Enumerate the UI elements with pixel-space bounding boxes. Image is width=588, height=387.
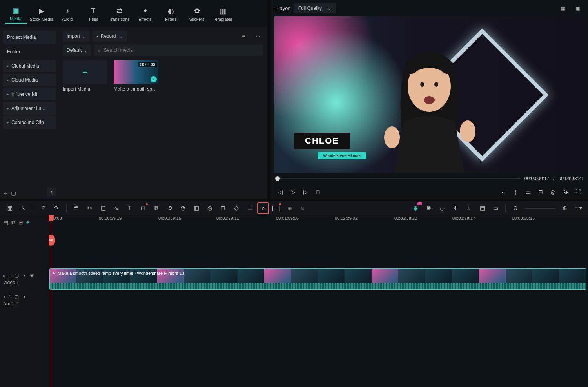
cursor-tool[interactable]: ↖ bbox=[17, 202, 29, 214]
next-frame-button[interactable]: ▷ bbox=[288, 187, 298, 197]
mic-tool[interactable]: 🎙 bbox=[450, 202, 461, 214]
search-field[interactable]: ⌕ bbox=[94, 45, 263, 56]
video-clip[interactable]: ▸Make a smooth speed ramp every time! · … bbox=[49, 268, 586, 290]
tab-effects[interactable]: ✦Effects bbox=[134, 4, 156, 23]
film-icon: ▸ bbox=[53, 270, 55, 276]
marker-tool[interactable]: ◡ bbox=[436, 202, 448, 214]
track-headers: ▤ ⧉ ⊟ ⌖ ▹1▢🕨👁 Video 1 ♪1▢🕨 Audio 1 bbox=[0, 215, 49, 387]
mask-tool[interactable]: ◻ bbox=[137, 202, 149, 214]
more-button[interactable]: ⋯ bbox=[252, 31, 263, 42]
search-input[interactable] bbox=[104, 47, 260, 53]
scrub-bar[interactable] bbox=[275, 178, 521, 179]
sidebar-cloud-media[interactable]: Cloud Media bbox=[3, 74, 56, 86]
player-viewport[interactable]: CHLOE Wondershare Filmora bbox=[274, 16, 584, 173]
time-ruler[interactable]: 00:00 00:00:29:19 00:00:59:15 00:01:29:1… bbox=[49, 215, 588, 226]
chevron-left-icon: ‹ bbox=[51, 189, 52, 195]
tracks-icon[interactable]: ▤ bbox=[3, 219, 8, 225]
template-icon: ▦ bbox=[220, 7, 226, 15]
undo-button[interactable]: ↶ bbox=[37, 202, 49, 214]
mark-in-button[interactable]: { bbox=[498, 187, 508, 197]
layout-tool[interactable]: ▦ bbox=[4, 202, 16, 214]
tab-stock-media[interactable]: ▶Stock Media bbox=[31, 4, 53, 23]
mark-out-button[interactable]: } bbox=[510, 187, 521, 197]
aspect-button[interactable]: ▭ bbox=[523, 187, 533, 197]
prev-frame-button[interactable]: ◁ bbox=[275, 187, 285, 197]
timeline-canvas[interactable]: 00:00 00:00:29:19 00:00:59:15 00:01:29:1… bbox=[49, 215, 588, 387]
bracket-tool[interactable]: [⋯] bbox=[270, 202, 282, 214]
track-header-video[interactable]: ▹1▢🕨👁 Video 1 bbox=[0, 268, 49, 290]
waveform-tool[interactable]: ⩨ bbox=[284, 202, 296, 214]
camera-button[interactable]: ◎ bbox=[548, 187, 558, 197]
media-sidebar: Project Media Folder Global Media Cloud … bbox=[0, 27, 59, 199]
view-mode-button[interactable]: ≡ ▾ bbox=[572, 202, 584, 214]
sidebar-influence-kit[interactable]: Influence Kit bbox=[3, 88, 56, 100]
split-button[interactable]: ✂ bbox=[84, 202, 96, 214]
clip-title: Make a smooth speed ramp every time! · W… bbox=[58, 271, 184, 276]
more-tools[interactable]: » bbox=[297, 202, 309, 214]
magnet-icon[interactable]: ⧉ bbox=[11, 219, 15, 226]
lock-icon[interactable]: ▢ bbox=[15, 294, 19, 299]
color-tool[interactable]: ◔ bbox=[177, 202, 189, 214]
sidebar-folder[interactable]: Folder bbox=[3, 46, 56, 58]
tab-transitions[interactable]: ⇄Transitions bbox=[108, 4, 130, 23]
mixer-tool[interactable]: ▤ bbox=[476, 202, 488, 214]
redo-button[interactable]: ↷ bbox=[51, 202, 62, 214]
sidebar-global-media[interactable]: Global Media bbox=[3, 60, 56, 72]
folder-icon[interactable]: ▢ bbox=[11, 190, 16, 196]
sticker-icon: ✿ bbox=[194, 7, 200, 15]
tab-titles[interactable]: TTitles bbox=[82, 5, 104, 23]
link-icon[interactable]: ⊟ bbox=[18, 219, 23, 225]
enhance-tool[interactable]: ✺ bbox=[423, 202, 435, 214]
speed-tool[interactable]: ◷ bbox=[204, 202, 216, 214]
ai-tool[interactable]: ◉ bbox=[410, 202, 421, 214]
tab-filters[interactable]: ◐Filters bbox=[160, 4, 182, 23]
subtitle-tool[interactable]: ▭ bbox=[490, 202, 501, 214]
scrub-handle[interactable] bbox=[275, 176, 280, 181]
sliders-tool[interactable]: ☰ bbox=[244, 202, 256, 214]
filter-button[interactable]: ⩸ bbox=[238, 31, 249, 42]
mute-icon[interactable]: 🕨 bbox=[22, 294, 27, 299]
link-tool[interactable]: ⧉ bbox=[151, 202, 162, 214]
beat-button[interactable]: ∿ bbox=[111, 202, 122, 214]
tab-media[interactable]: ▣Media bbox=[5, 4, 27, 24]
layout-button[interactable]: ▦ bbox=[557, 3, 568, 14]
record-dropdown[interactable]: Record bbox=[93, 31, 127, 42]
mute-icon[interactable]: 🕨 bbox=[22, 273, 27, 278]
tab-stickers[interactable]: ✿Stickers bbox=[186, 4, 208, 23]
collapse-sidebar-button[interactable]: ‹ bbox=[47, 188, 56, 196]
tab-audio[interactable]: ♪Audio bbox=[56, 5, 78, 23]
track-header-audio[interactable]: ♪1▢🕨 Audio 1 bbox=[0, 290, 49, 311]
tracking-tool[interactable]: ⊡ bbox=[217, 202, 229, 214]
keyframe-tool[interactable]: ◇ bbox=[230, 202, 242, 214]
plus-icon: + bbox=[82, 67, 88, 78]
zoom-in-button[interactable]: ⊕ bbox=[559, 202, 571, 214]
lock-icon[interactable]: ▢ bbox=[15, 273, 19, 278]
import-dropdown[interactable]: Import bbox=[63, 31, 89, 42]
snapshot-button[interactable]: ▣ bbox=[572, 3, 583, 14]
crop-button[interactable]: ◫ bbox=[97, 202, 109, 214]
sidebar-adjustment-layer[interactable]: Adjustment La... bbox=[3, 102, 56, 115]
fullscreen-button[interactable]: ⛶ bbox=[573, 187, 583, 197]
volume-button[interactable]: 🕪 bbox=[561, 187, 571, 197]
stop-button[interactable]: □ bbox=[313, 187, 323, 197]
media-clip-card[interactable]: 00:04:03 ✓ Make a smooth speed... bbox=[114, 60, 158, 92]
rotate-tool[interactable]: ⟲ bbox=[164, 202, 176, 214]
sort-dropdown[interactable]: Default bbox=[63, 45, 91, 56]
play-button[interactable]: ▷ bbox=[300, 187, 310, 197]
zoom-out-button[interactable]: ⊖ bbox=[510, 202, 521, 214]
tab-templates[interactable]: ▦Templates bbox=[212, 4, 234, 23]
delete-button[interactable]: 🗑 bbox=[71, 202, 82, 214]
quality-dropdown[interactable]: Full Quality bbox=[294, 3, 336, 13]
eye-icon[interactable]: 👁 bbox=[30, 273, 34, 278]
import-media-card[interactable]: + Import Media bbox=[63, 60, 107, 92]
ai-caption-tool[interactable]: ⩍ bbox=[257, 202, 269, 214]
text-tool[interactable]: T bbox=[124, 202, 136, 214]
sidebar-compound-clip[interactable]: Compound Clip bbox=[3, 116, 56, 129]
music-tool[interactable]: ♫ bbox=[463, 202, 475, 214]
add-folder-icon[interactable]: ⊞ bbox=[3, 190, 8, 196]
sidebar-project-media[interactable]: Project Media bbox=[3, 31, 56, 44]
snap-icon[interactable]: ⌖ bbox=[26, 219, 29, 226]
zoom-slider[interactable] bbox=[524, 208, 556, 209]
compound-tool[interactable]: ▥ bbox=[191, 202, 202, 214]
display-button[interactable]: ⊟ bbox=[535, 187, 546, 197]
